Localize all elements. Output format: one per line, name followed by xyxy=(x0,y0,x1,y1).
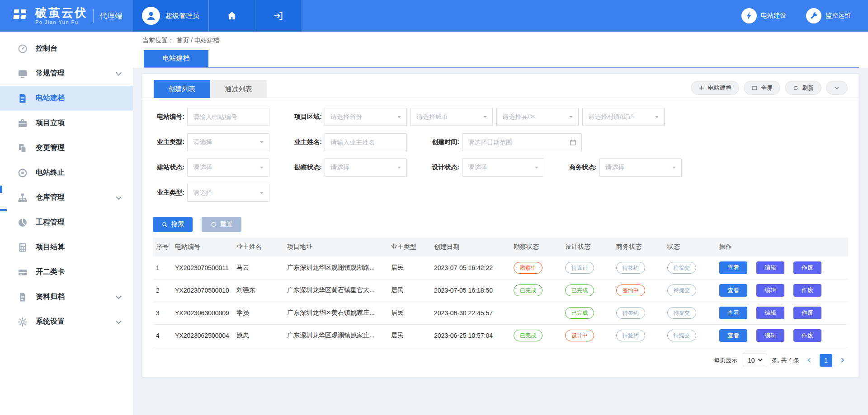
sidebar-item-briefcase[interactable]: 项目立项 xyxy=(0,111,133,135)
filter-group: 创建时间: xyxy=(428,133,582,151)
sidebar-item-calculator[interactable]: 项目结算 xyxy=(0,235,133,260)
reset-button[interactable]: 重置 xyxy=(202,217,241,232)
status-pill: 已完成 xyxy=(514,284,542,296)
view-button[interactable]: 查看 xyxy=(719,261,747,274)
caret-down-icon xyxy=(258,139,265,146)
filter-select[interactable]: 请选择 xyxy=(462,159,544,177)
brand-logo-icon xyxy=(10,5,31,26)
table-row: 3YX2023063000009学员广东深圳龙华区黄石镇姚家庄...居民2023… xyxy=(153,302,848,324)
select-placeholder: 请选择村镇/街道 xyxy=(583,113,634,121)
prev-page-button[interactable] xyxy=(804,357,815,364)
view-button[interactable]: 查看 xyxy=(719,329,747,342)
search-button[interactable]: 搜索 xyxy=(153,217,193,232)
sidebar-gauge-icon xyxy=(17,43,28,54)
filter-form: 电站编号:项目区域:请选择省份请选择城市请选择县/区请选择村镇/街道业主类型:请… xyxy=(142,98,859,202)
sidebar-item-sitemap[interactable]: 仓库管理 xyxy=(0,185,133,210)
sidebar: 控制台常规管理电站建档项目立项变更管理电站终止仓库管理工程管理项目结算开二类卡资… xyxy=(0,32,133,415)
void-button[interactable]: 作废 xyxy=(793,261,821,274)
sidebar-item-label: 常规管理 xyxy=(36,69,65,78)
filter-select[interactable]: 请选择村镇/街道 xyxy=(582,108,665,126)
cell-owner-name: 姚忠 xyxy=(235,324,286,347)
filter-select[interactable]: 请选择 xyxy=(325,159,407,177)
filter-group: 业主类型:请选择 xyxy=(153,133,269,151)
void-button[interactable]: 作废 xyxy=(793,329,821,342)
filter-input[interactable] xyxy=(188,108,269,126)
next-page-button[interactable] xyxy=(837,357,848,364)
sidebar-copy-icon xyxy=(17,143,28,154)
sidebar-item-card[interactable]: 开二类卡 xyxy=(0,260,133,284)
filter-select[interactable]: 请选择 xyxy=(599,159,682,177)
caret-down-icon xyxy=(258,164,265,171)
sidebar-record-icon xyxy=(17,168,28,178)
tab-create-list[interactable]: 创建列表 xyxy=(154,80,210,98)
toolbar-refresh-button[interactable]: 刷新 xyxy=(785,81,821,95)
filter-select[interactable]: 请选择省份 xyxy=(325,108,407,126)
caret-down-icon xyxy=(567,113,575,121)
cell-created-date: 2023-06-30 22:45:57 xyxy=(433,302,512,324)
tab-passed-list[interactable]: 通过列表 xyxy=(210,80,267,98)
toolbar-fullscreen-button[interactable]: 全屏 xyxy=(744,81,780,95)
page-tab-bar: 电站建档 xyxy=(144,50,859,68)
sidebar-item-record[interactable]: 电站终止 xyxy=(0,160,133,185)
per-page-select[interactable]: 10 xyxy=(742,354,767,367)
sidebar-item-copy[interactable]: 变更管理 xyxy=(0,135,133,160)
toolbar-chevron-button[interactable] xyxy=(826,81,848,95)
cell-station-code: YX2023070500011 xyxy=(174,256,235,279)
sidebar-item-label: 资料归档 xyxy=(36,292,65,302)
filter-input[interactable] xyxy=(325,134,406,151)
page-button-1[interactable]: 1 xyxy=(820,354,832,367)
user-menu[interactable]: 超级管理员 xyxy=(133,0,209,32)
sidebar-item-filedoc[interactable]: 资料归档 xyxy=(0,284,133,309)
sidebar-item-doc[interactable]: 电站建档 xyxy=(0,86,133,111)
select-placeholder: 请选择 xyxy=(462,163,487,172)
sidebar-item-monitor[interactable]: 常规管理 xyxy=(0,61,133,86)
filter-select[interactable]: 请选择 xyxy=(187,184,269,202)
quick-link-bolt[interactable]: 电站建设 xyxy=(741,8,786,23)
chevron-down-icon xyxy=(116,293,122,299)
sidebar-item-pie[interactable]: 工程管理 xyxy=(0,210,133,235)
plus-icon xyxy=(698,85,705,91)
column-header-business-status: 商务状态 xyxy=(615,238,666,256)
edit-button[interactable]: 编辑 xyxy=(756,329,784,342)
table-row: 2YX2023070500010刘强东广东深圳龙华区黄石镇星官大...居民202… xyxy=(153,279,848,302)
cell-project-address: 广东深圳龙华区黄石镇星官大... xyxy=(286,279,390,302)
quick-link-wrench[interactable]: 监控运维 xyxy=(806,8,851,23)
sidebar-item-gear[interactable]: 系统设置 xyxy=(0,309,133,334)
logout-button[interactable] xyxy=(255,0,302,32)
refresh-icon xyxy=(793,85,799,91)
column-header-design-status: 设计状态 xyxy=(564,238,615,256)
sidebar-scrollbar-mark xyxy=(0,209,7,211)
toolbar-plus-button[interactable]: 电站建档 xyxy=(691,81,739,95)
void-button[interactable]: 作废 xyxy=(793,284,821,297)
view-button[interactable]: 查看 xyxy=(719,307,747,319)
filter-select[interactable]: 请选择 xyxy=(187,159,269,177)
caret-down-icon xyxy=(396,113,403,121)
view-button[interactable]: 查看 xyxy=(719,284,747,297)
cell-serial: 3 xyxy=(153,302,174,324)
filter-select[interactable]: 请选择 xyxy=(187,133,269,151)
home-button[interactable] xyxy=(209,0,255,32)
status-pill: 待签约 xyxy=(616,330,645,341)
edit-button[interactable]: 编辑 xyxy=(756,307,784,319)
status-pill: 待提交 xyxy=(667,262,696,274)
select-placeholder: 请选择 xyxy=(188,189,212,197)
cell-actions: 查看编辑作废 xyxy=(718,324,848,347)
filter-select[interactable]: 请选择城市 xyxy=(410,108,493,126)
filter-date-input[interactable] xyxy=(462,134,581,151)
toolbar-button-label: 电站建档 xyxy=(708,84,731,92)
caret-down-icon xyxy=(653,113,660,121)
sidebar-item-gauge[interactable]: 控制台 xyxy=(0,36,133,61)
page-tab-active[interactable]: 电站建档 xyxy=(144,50,208,67)
filter-select[interactable]: 请选择县/区 xyxy=(496,108,579,126)
sidebar-item-label: 电站建档 xyxy=(36,93,65,103)
select-placeholder: 请选择城市 xyxy=(411,113,448,121)
cell-design-status: 待设计 xyxy=(564,256,615,279)
brand-logo[interactable]: 破茧云伏 Po Jian Yun Fu 代理端 xyxy=(0,0,133,32)
table-row: 1YX2023070500011马云广东深圳龙华区观澜镇观湖路...居民2023… xyxy=(153,256,848,279)
filter-row: 业主类型:请选择业主姓名:创建时间: xyxy=(153,133,859,151)
brand-pinyin: Po Jian Yun Fu xyxy=(35,19,88,25)
card-header: 创建列表通过列表 电站建档全屏刷新 xyxy=(142,74,859,98)
edit-button[interactable]: 编辑 xyxy=(756,261,784,274)
edit-button[interactable]: 编辑 xyxy=(756,284,784,297)
void-button[interactable]: 作废 xyxy=(793,307,821,319)
